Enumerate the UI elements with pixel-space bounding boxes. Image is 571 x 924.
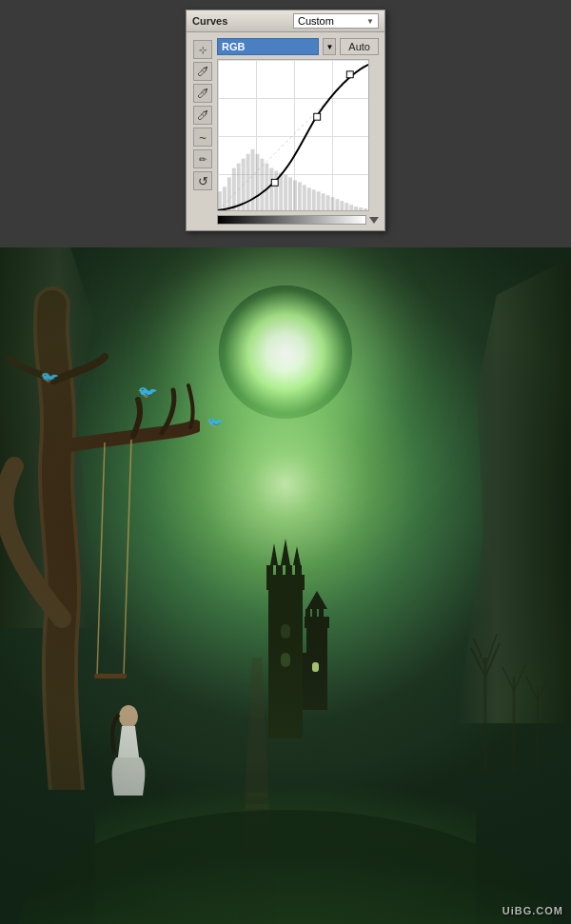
curve-line[interactable] <box>218 60 368 210</box>
pencil-button[interactable]: ✏ <box>193 149 212 168</box>
left-tools: ⊹ 🖊 🖊 🖊 ~ ✏ ↺ <box>192 38 213 225</box>
svg-point-77 <box>19 810 552 924</box>
svg-rect-34 <box>314 113 321 120</box>
svg-line-62 <box>474 639 485 667</box>
svg-rect-57 <box>94 674 127 678</box>
curve-draw-button[interactable]: ~ <box>193 128 212 147</box>
svg-line-55 <box>97 442 105 676</box>
svg-line-69 <box>538 675 549 700</box>
svg-point-58 <box>119 705 138 728</box>
bird-1: 🐦 <box>137 385 159 399</box>
svg-rect-35 <box>346 71 353 78</box>
svg-line-56 <box>124 440 131 676</box>
white-eyedropper-button[interactable]: 🖊 <box>193 106 212 125</box>
svg-line-68 <box>526 677 538 700</box>
svg-rect-45 <box>281 624 290 639</box>
panel-titlebar: Curves Custom ▼ <box>187 10 384 32</box>
svg-rect-33 <box>271 179 278 186</box>
svg-marker-52 <box>306 591 327 609</box>
preset-dropdown[interactable]: Custom ▼ <box>293 13 379 29</box>
curve-graph[interactable] <box>217 59 369 211</box>
output-slider[interactable] <box>217 215 366 225</box>
pointer-tool-button[interactable]: ⊹ <box>193 40 212 59</box>
svg-rect-50 <box>312 609 317 619</box>
black-eyedropper-button[interactable]: 🖊 <box>193 62 212 81</box>
channel-row: RGB ▼ Auto <box>217 38 379 55</box>
svg-marker-42 <box>270 543 278 565</box>
svg-rect-41 <box>295 565 302 579</box>
fantasy-image: 🐦 🐦 🐦 <box>0 247 571 924</box>
svg-rect-38 <box>266 565 273 579</box>
moon <box>219 285 352 419</box>
svg-rect-39 <box>276 565 283 579</box>
right-section: RGB ▼ Auto <box>217 38 379 225</box>
gray-eyedropper-button[interactable]: 🖊 <box>193 84 212 103</box>
auto-button[interactable]: Auto <box>340 38 379 55</box>
svg-marker-44 <box>293 546 301 565</box>
tree-left-large <box>0 257 200 790</box>
svg-line-65 <box>502 667 514 691</box>
curves-panel: Curves Custom ▼ ⊹ 🖊 🖊 🖊 ~ ✏ ↺ <box>186 10 385 231</box>
watermark: UiBG.COM <box>502 905 563 916</box>
svg-rect-51 <box>319 609 324 619</box>
channel-arrow-button[interactable]: ▼ <box>323 38 336 55</box>
preset-arrow-icon: ▼ <box>366 17 374 26</box>
svg-line-66 <box>514 665 525 691</box>
svg-rect-40 <box>286 565 292 579</box>
output-slider-row <box>217 215 379 225</box>
panel-area: Curves Custom ▼ ⊹ 🖊 🖊 🖊 ~ ✏ ↺ <box>0 0 571 247</box>
bird-2: 🐦 <box>207 417 224 427</box>
svg-marker-43 <box>281 539 290 565</box>
bird-3: 🐦 <box>40 371 60 383</box>
channel-select[interactable]: RGB <box>217 38 319 55</box>
ground-grass <box>0 734 571 924</box>
output-marker[interactable] <box>369 217 379 224</box>
svg-line-32 <box>218 60 368 210</box>
preset-label: Custom <box>298 15 334 27</box>
smooth-button[interactable]: ↺ <box>193 171 212 190</box>
panel-body: ⊹ 🖊 🖊 🖊 ~ ✏ ↺ RGB ▼ Auto <box>187 32 384 230</box>
svg-rect-49 <box>305 609 310 619</box>
panel-title: Curves <box>192 15 227 27</box>
